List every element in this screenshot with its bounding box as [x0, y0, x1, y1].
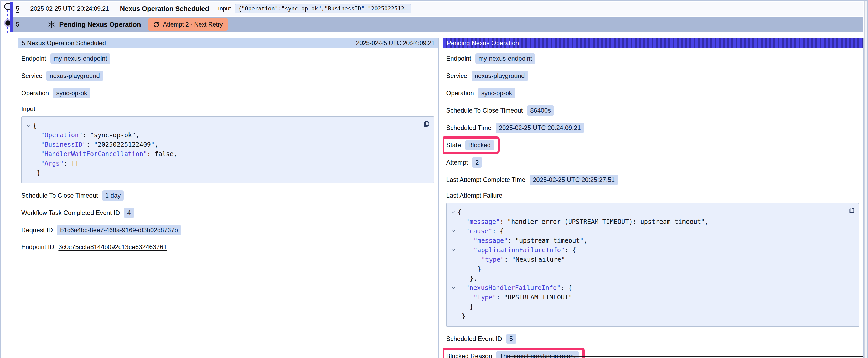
event-history-page: 5 2025-02-25 UTC 20:24:09.21 Nexus Opera… — [0, 0, 868, 358]
field-label: Schedule To Close Timeout — [21, 192, 98, 199]
event-title: Nexus Operation Scheduled — [120, 5, 209, 13]
json-line: "message": "handler error (UPSTREAM_TIME… — [449, 217, 842, 227]
json-text: } — [458, 302, 473, 312]
field-row: Last Attempt Failure{"message": "handler… — [446, 192, 859, 327]
json-gutter — [449, 236, 458, 236]
pending-panel-header: Pending Nexus Operation — [443, 38, 864, 48]
field-value-badge: 2 — [472, 157, 482, 168]
json-text: "type": "UPSTREAM_TIMEOUT" — [458, 293, 572, 302]
field-label: Blocked Reason — [446, 353, 492, 358]
event-time: 2025-02-25 UTC 20:24:09.21 — [30, 5, 109, 12]
field-label: Scheduled Time — [446, 124, 492, 131]
event-detail-panel-scheduled: 5 Nexus Operation Scheduled 2025-02-25 U… — [18, 37, 439, 358]
json-text: "applicationFailureInfo": { — [458, 246, 576, 255]
field-label: Operation — [446, 90, 474, 97]
collapse-chevron-icon[interactable] — [449, 246, 458, 251]
json-text: "Args": [] — [33, 159, 79, 168]
json-line: } — [24, 168, 417, 178]
field-label: Request ID — [21, 227, 53, 234]
json-viewer: {"message": "handler error (UPSTREAM_TIM… — [446, 203, 859, 327]
event-summary-value: {"Operation":"sync-op-ok","BusinessID":"… — [235, 4, 411, 13]
field-row: Schedule To Close Timeout86400s — [446, 105, 859, 116]
json-gutter — [24, 159, 33, 159]
json-text: "cause": { — [458, 227, 504, 236]
json-gutter — [24, 149, 33, 150]
copy-icon[interactable] — [423, 120, 431, 127]
json-text: "message": "upstream timeout", — [458, 236, 587, 246]
json-gutter — [449, 217, 458, 218]
field-value-badge: nexus-playground — [471, 71, 528, 81]
event-title: Pending Nexus Operation — [59, 21, 141, 29]
field-value-badge: sync-op-ok — [478, 88, 515, 98]
json-line: } — [449, 312, 842, 321]
json-viewer: {"Operation": "sync-op-ok","BusinessID":… — [21, 116, 434, 184]
event-id-link[interactable]: 5 — [16, 5, 19, 12]
json-line: { — [449, 207, 842, 217]
json-line: "type": "NexusFailure" — [449, 255, 842, 264]
field-row: Operationsync-op-ok — [446, 88, 859, 98]
scrollbar-track[interactable] — [864, 1, 868, 358]
event-detail-panel-pending: Pending Nexus Operation Endpointmy-nexus… — [443, 37, 864, 358]
pending-fields: Endpointmy-nexus-endpointServicenexus-pl… — [443, 48, 864, 358]
attempt-badge-label: Attempt 2 · Next Retry — [163, 21, 223, 28]
json-text: "type": "NexusFailure" — [458, 255, 565, 264]
field-label: Service — [21, 72, 42, 79]
json-gutter — [449, 293, 458, 293]
event-row-pending[interactable]: 5 Pending Nexus Operation Attempt 2 · Ne… — [12, 17, 863, 32]
json-gutter — [449, 255, 458, 255]
field-row: Request IDb1c6a4bc-8ee7-468a-9169-df3b02… — [21, 225, 434, 235]
field-row: Input{"Operation": "sync-op-ok","Busines… — [21, 105, 434, 184]
field-row: StateBlocked — [446, 140, 494, 151]
field-row: Endpointmy-nexus-endpoint — [21, 53, 434, 64]
pending-panel-title: Pending Nexus Operation — [447, 39, 519, 47]
event-id-link[interactable]: 5 — [16, 21, 19, 28]
json-line: } — [449, 264, 842, 274]
json-gutter — [449, 274, 458, 274]
json-gutter — [449, 302, 458, 303]
field-value-badge: 1 day — [102, 190, 124, 201]
json-line: "cause": { — [449, 227, 842, 236]
field-label: Endpoint ID — [21, 243, 54, 251]
field-row: Endpoint ID3c0c75ccfa8144b092c13ce632463… — [21, 242, 434, 252]
field-label: Endpoint — [21, 55, 46, 62]
field-value-badge: b1c6a4bc-8ee7-468a-9169-df3b02c8737b — [57, 225, 181, 235]
field-label: Endpoint — [446, 55, 471, 62]
field-value-badge: 2025-02-25 UTC 20:25:27.51 — [530, 174, 618, 185]
collapse-chevron-icon[interactable] — [449, 207, 458, 213]
collapse-chevron-icon[interactable] — [24, 121, 33, 126]
collapse-chevron-icon[interactable] — [449, 283, 458, 288]
field-label: Last Attempt Failure — [446, 192, 859, 199]
json-gutter — [449, 264, 458, 265]
json-line: "type": "UPSTREAM_TIMEOUT" — [449, 293, 842, 302]
copy-icon[interactable] — [847, 206, 856, 214]
endpoint-id-link[interactable]: 3c0c75ccfa8144b092c13ce632463761 — [58, 243, 166, 251]
json-line: { — [24, 121, 417, 130]
field-label: Last Attempt Complete Time — [446, 176, 525, 184]
event-row-scheduled[interactable]: 5 2025-02-25 UTC 20:24:09.21 Nexus Opera… — [12, 2, 863, 16]
json-text: { — [33, 121, 36, 130]
event-detail-panels: 5 Nexus Operation Scheduled 2025-02-25 U… — [18, 37, 864, 358]
field-label: Schedule To Close Timeout — [446, 107, 523, 114]
scheduled-panel-time: 2025-02-25 UTC 20:24:09.21 — [356, 39, 435, 47]
field-value-badge: 86400s — [527, 105, 554, 116]
collapse-chevron-icon[interactable] — [449, 227, 458, 232]
field-row: Endpointmy-nexus-endpoint — [446, 53, 859, 64]
bottom-divider — [509, 356, 863, 357]
json-line: "message": "upstream timeout", — [449, 236, 842, 246]
field-value-badge: sync-op-ok — [53, 88, 90, 98]
json-line: "Operation": "sync-op-ok", — [24, 130, 417, 140]
json-line: "Args": [] — [24, 159, 417, 168]
json-gutter — [24, 140, 33, 140]
json-line: }, — [449, 274, 842, 283]
json-line: } — [449, 302, 842, 312]
json-text: "HandlerWaitForCancellation": false, — [33, 149, 177, 159]
json-text: "Operation": "sync-op-ok", — [33, 130, 140, 140]
field-value-badge: Blocked — [465, 140, 494, 151]
field-row: Operationsync-op-ok — [21, 88, 434, 98]
scheduled-fields: Endpointmy-nexus-endpointServicenexus-pl… — [18, 48, 438, 263]
retry-refresh-icon — [153, 21, 160, 28]
field-label: Scheduled Event ID — [446, 335, 502, 343]
field-label: Workflow Task Completed Event ID — [21, 209, 120, 217]
event-rows: 5 2025-02-25 UTC 20:24:09.21 Nexus Opera… — [12, 2, 863, 32]
scheduled-panel-header: 5 Nexus Operation Scheduled 2025-02-25 U… — [18, 38, 438, 48]
